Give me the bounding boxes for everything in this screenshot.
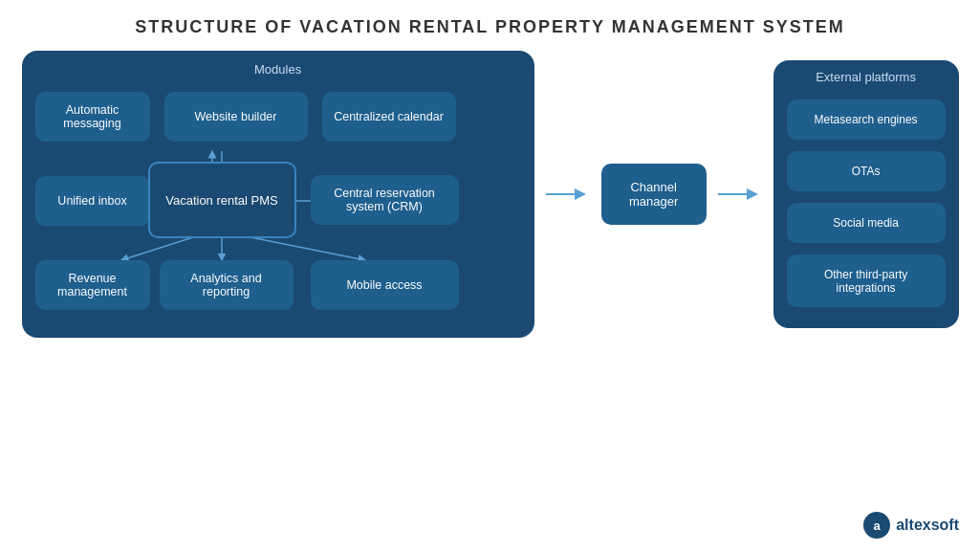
automatic-messaging-node: Automatic messaging [35, 92, 150, 142]
modules-label: Modules [35, 62, 521, 77]
metasearch-node: Metasearch engines [787, 99, 946, 140]
website-builder-node: Website builder [164, 92, 308, 142]
unified-inbox-node: Unified inbox [35, 176, 150, 226]
logo-text: altexsoft [896, 517, 959, 534]
arrow-to-channel [544, 180, 592, 209]
otas-node: OTAs [787, 151, 946, 191]
page-title: STRUCTURE OF VACATION RENTAL PROPERTY MA… [135, 17, 844, 37]
external-label: External platforms [787, 70, 946, 84]
third-party-node: Other third-party integrations [787, 254, 946, 307]
vacation-rental-pms-node: Vacation rental PMS [148, 162, 296, 238]
logo-area: a altexsoft [863, 512, 959, 539]
modules-panel: Modules [22, 51, 534, 338]
social-media-node: Social media [787, 203, 946, 243]
central-reservation-node: Central reservation system (CRM) [311, 175, 459, 225]
arrow-to-external [716, 180, 764, 209]
connector-arrow [544, 180, 592, 209]
external-platforms-panel: External platforms Metasearch engines OT… [773, 60, 959, 328]
analytics-reporting-node: Analytics and reporting [160, 260, 294, 310]
connector-arrow-2 [716, 180, 764, 209]
mobile-access-node: Mobile access [311, 260, 459, 310]
svg-text:a: a [874, 519, 882, 533]
revenue-management-node: Revenue management [35, 260, 150, 310]
channel-manager-section: Channel manager [601, 164, 707, 225]
logo-icon: a [863, 512, 890, 539]
channel-manager-node: Channel manager [601, 164, 707, 225]
centralized-calendar-node: Centralized calendar [322, 92, 456, 142]
diagram-container: Modules [22, 51, 959, 338]
